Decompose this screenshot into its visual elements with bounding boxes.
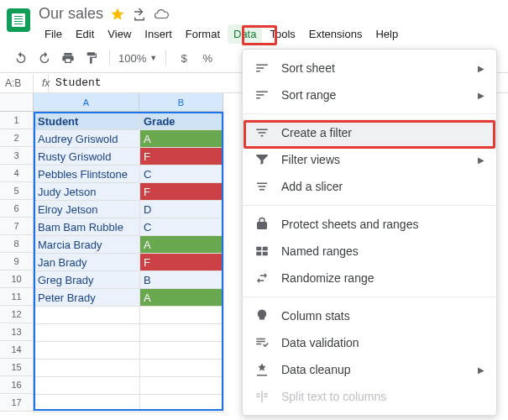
menu-item-split-text-to-columns: Split text to columns bbox=[243, 383, 496, 410]
row-header[interactable]: 5 bbox=[0, 182, 34, 200]
menu-item-sort-range[interactable]: Sort range▶ bbox=[243, 81, 496, 108]
column-header-b[interactable]: B bbox=[139, 93, 223, 112]
select-all-corner[interactable] bbox=[0, 93, 34, 112]
empty-cell[interactable] bbox=[34, 377, 140, 395]
empty-cell[interactable] bbox=[34, 342, 140, 360]
cloud-status-icon[interactable] bbox=[154, 7, 169, 22]
row-header[interactable]: 16 bbox=[0, 376, 34, 394]
column-stats-icon bbox=[254, 308, 270, 323]
menu-edit[interactable]: Edit bbox=[70, 24, 100, 44]
row-header[interactable]: 15 bbox=[0, 359, 34, 376]
student-cell[interactable]: Elroy Jetson bbox=[34, 201, 140, 218]
row-header[interactable]: 1 bbox=[0, 112, 34, 129]
row-header[interactable]: 8 bbox=[0, 235, 34, 253]
print-button[interactable] bbox=[59, 49, 77, 67]
data-cleanup-icon bbox=[254, 362, 270, 377]
menu-view[interactable]: View bbox=[102, 24, 137, 44]
empty-cell[interactable] bbox=[140, 307, 224, 324]
row-header[interactable]: 4 bbox=[0, 165, 34, 182]
menu-item-label: Protect sheets and ranges bbox=[281, 218, 418, 231]
separator bbox=[165, 50, 166, 66]
grade-cell[interactable]: F bbox=[140, 183, 224, 201]
grade-cell[interactable]: A bbox=[140, 236, 224, 254]
grade-cell[interactable]: C bbox=[140, 165, 224, 183]
empty-cell[interactable] bbox=[140, 395, 224, 412]
empty-cell[interactable] bbox=[140, 377, 224, 395]
menu-format[interactable]: Format bbox=[180, 24, 226, 44]
row-header[interactable]: 11 bbox=[0, 288, 34, 306]
grade-cell[interactable]: F bbox=[140, 148, 224, 165]
menu-item-named-ranges[interactable]: Named ranges bbox=[243, 238, 496, 265]
menu-item-label: Filter views bbox=[281, 153, 340, 166]
menu-item-column-stats[interactable]: Column stats bbox=[243, 302, 496, 329]
menu-file[interactable]: File bbox=[39, 24, 68, 44]
grade-cell[interactable]: C bbox=[140, 218, 224, 236]
undo-button[interactable] bbox=[12, 49, 30, 67]
menu-tools[interactable]: Tools bbox=[264, 24, 301, 44]
menu-item-sort-sheet[interactable]: Sort sheet▶ bbox=[243, 55, 496, 81]
grade-cell[interactable]: F bbox=[140, 254, 224, 271]
menu-extensions[interactable]: Extensions bbox=[303, 24, 369, 44]
grade-cell[interactable]: A bbox=[140, 130, 224, 148]
menu-item-add-a-slicer[interactable]: Add a slicer bbox=[243, 173, 496, 200]
empty-cell[interactable] bbox=[140, 342, 224, 360]
row-header[interactable]: 3 bbox=[0, 147, 34, 165]
menu-insert[interactable]: Insert bbox=[139, 24, 178, 44]
menu-item-label: Column stats bbox=[281, 309, 350, 323]
empty-cell[interactable] bbox=[34, 360, 140, 377]
empty-cell[interactable] bbox=[140, 360, 224, 377]
formula-bar[interactable]: Student bbox=[49, 73, 108, 92]
menu-item-label: Add a slicer bbox=[281, 180, 343, 193]
grade-cell[interactable]: B bbox=[140, 271, 224, 289]
menu-item-protect-sheets-and-ranges[interactable]: Protect sheets and ranges bbox=[243, 211, 496, 238]
student-cell[interactable]: Pebbles Flintstone bbox=[34, 165, 140, 183]
empty-cell[interactable] bbox=[34, 395, 140, 412]
menu-item-filter-views[interactable]: Filter views▶ bbox=[243, 146, 496, 173]
student-cell[interactable]: Greg Brady bbox=[34, 271, 140, 289]
grade-cell[interactable]: A bbox=[140, 289, 224, 307]
header-cell-grade[interactable]: Grade bbox=[140, 113, 224, 130]
separator bbox=[109, 50, 110, 66]
row-header[interactable]: 10 bbox=[0, 270, 34, 288]
student-cell[interactable]: Judy Jetson bbox=[34, 183, 140, 201]
empty-cell[interactable] bbox=[34, 324, 140, 342]
sort-sheet-icon bbox=[254, 60, 270, 76]
redo-button[interactable] bbox=[35, 49, 54, 67]
row-header[interactable]: 2 bbox=[0, 129, 34, 147]
move-icon[interactable] bbox=[132, 7, 147, 22]
row-header[interactable]: 9 bbox=[0, 253, 34, 270]
menu-item-data-cleanup[interactable]: Data cleanup▶ bbox=[243, 356, 496, 383]
menu-data[interactable]: Data bbox=[228, 24, 262, 44]
name-box[interactable]: A:B bbox=[0, 74, 34, 92]
currency-button[interactable]: $ bbox=[175, 49, 193, 67]
student-cell[interactable]: Marcia Brady bbox=[34, 236, 140, 254]
menu-item-create-a-filter[interactable]: Create a filter bbox=[243, 119, 496, 146]
student-cell[interactable]: Audrey Griswold bbox=[34, 130, 140, 148]
student-cell[interactable]: Bam Bam Rubble bbox=[34, 218, 140, 236]
student-cell[interactable]: Peter Brady bbox=[34, 289, 140, 307]
row-header[interactable]: 14 bbox=[0, 341, 34, 359]
student-cell[interactable]: Rusty Griswold bbox=[34, 148, 140, 165]
header-cell-student[interactable]: Student bbox=[34, 113, 140, 130]
column-header-a[interactable]: A bbox=[34, 93, 139, 112]
menu-item-data-validation[interactable]: Data validation bbox=[243, 329, 496, 356]
row-header[interactable]: 6 bbox=[0, 200, 34, 218]
percent-button[interactable]: % bbox=[198, 49, 217, 67]
student-cell[interactable]: Jan Brady bbox=[34, 254, 140, 271]
sheets-logo[interactable] bbox=[7, 8, 30, 32]
grade-cell[interactable]: D bbox=[140, 201, 224, 218]
empty-cell[interactable] bbox=[34, 307, 140, 324]
submenu-arrow-icon: ▶ bbox=[478, 91, 484, 100]
row-header[interactable]: 17 bbox=[0, 394, 34, 412]
empty-cell[interactable] bbox=[140, 324, 224, 342]
menu-item-randomize-range[interactable]: Randomize range bbox=[243, 265, 496, 291]
menu-help[interactable]: Help bbox=[369, 24, 404, 44]
star-icon[interactable] bbox=[110, 7, 125, 22]
row-header[interactable]: 13 bbox=[0, 323, 34, 341]
row-header[interactable]: 12 bbox=[0, 306, 34, 323]
doc-title[interactable]: Our sales bbox=[39, 5, 103, 23]
zoom-dropdown[interactable]: 100% ▼ bbox=[118, 52, 157, 65]
protect-sheets-and-ranges-icon bbox=[254, 217, 270, 232]
row-header[interactable]: 7 bbox=[0, 218, 34, 235]
paint-format-button[interactable] bbox=[82, 49, 101, 67]
